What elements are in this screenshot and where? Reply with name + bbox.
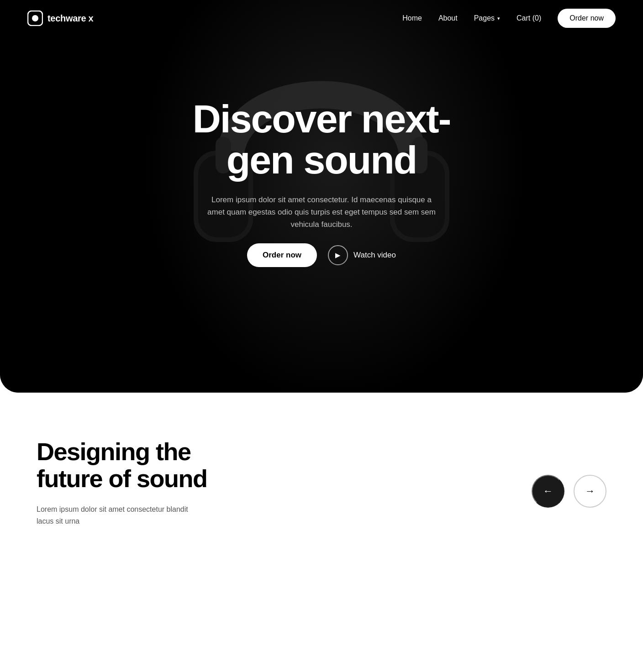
hero-subtitle: Lorem ipsum dolor sit amet consectetur. … xyxy=(203,194,440,231)
next-button[interactable]: → xyxy=(574,475,606,508)
hero-content: Discover next-gen sound Lorem ipsum dolo… xyxy=(162,98,481,294)
section-two-title: Designing the future of sound xyxy=(37,438,210,493)
nav-pages[interactable]: Pages ▾ xyxy=(474,14,500,22)
hero-section: Discover next-gen sound Lorem ipsum dolo… xyxy=(0,0,643,393)
prev-button[interactable]: ← xyxy=(532,475,564,508)
hero-order-button[interactable]: Order now xyxy=(247,243,317,267)
watch-video-label: Watch video xyxy=(353,251,396,260)
navbar: techware x Home About Pages ▾ Cart (0) O… xyxy=(0,0,643,37)
chevron-down-icon: ▾ xyxy=(497,16,500,21)
logo-icon xyxy=(27,10,43,26)
nav-links: Home About Pages ▾ Cart (0) Order now xyxy=(402,9,616,28)
hero-actions: Order now ▶ Watch video xyxy=(247,243,396,267)
brand-name: techware x xyxy=(47,13,93,24)
nav-cart[interactable]: Cart (0) xyxy=(517,14,541,22)
nav-home[interactable]: Home xyxy=(402,14,422,22)
nav-order-button[interactable]: Order now xyxy=(558,9,616,28)
section-two-left: Designing the future of sound Lorem ipsu… xyxy=(37,438,210,528)
play-icon: ▶ xyxy=(328,245,348,265)
nav-pages-label: Pages xyxy=(474,14,495,22)
watch-video-button[interactable]: ▶ Watch video xyxy=(328,245,396,265)
logo[interactable]: techware x xyxy=(27,10,93,26)
svg-point-1 xyxy=(32,15,38,21)
nav-about[interactable]: About xyxy=(438,14,458,22)
arrow-left-icon: ← xyxy=(543,485,553,497)
section-two-inner: Designing the future of sound Lorem ipsu… xyxy=(37,438,606,528)
arrow-right-icon: → xyxy=(585,485,595,497)
section-two-right: ← → xyxy=(237,438,606,508)
hero-title: Discover next-gen sound xyxy=(162,98,481,181)
section-two: Designing the future of sound Lorem ipsu… xyxy=(0,393,643,672)
section-two-body: Lorem ipsum dolor sit amet consectetur b… xyxy=(37,504,192,528)
